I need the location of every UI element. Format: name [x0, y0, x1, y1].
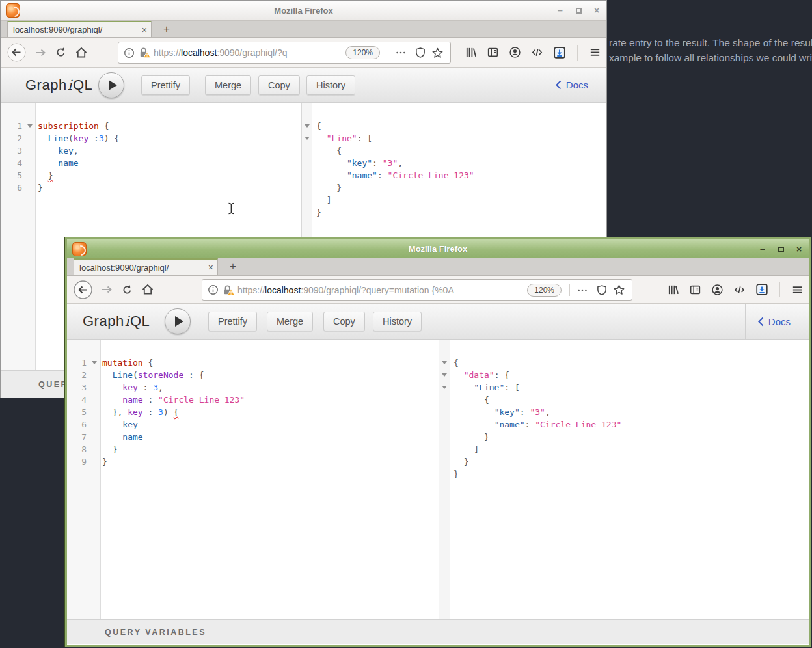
maximize-button[interactable] [573, 5, 584, 16]
titlebar[interactable]: Mozilla Firefox – × [1, 1, 606, 21]
code-line: 6} [1, 182, 301, 194]
zoom-level-badge[interactable]: 120% [527, 284, 562, 297]
query-editor[interactable]: 1mutation {2 Line(storeNode : {3 key : 3… [67, 340, 439, 619]
execute-button[interactable] [98, 72, 124, 98]
front-window: Mozilla Firefox – × localhost:9090/graph… [65, 237, 811, 647]
history-button[interactable]: History [373, 312, 422, 331]
code-line: 1mutation { [67, 357, 439, 369]
star-icon[interactable] [431, 47, 444, 59]
sidebar-toggle-icon[interactable] [487, 46, 499, 59]
text-cursor [459, 468, 460, 478]
merge-button[interactable]: Merge [205, 75, 251, 95]
tab-label-fade [118, 22, 137, 37]
url-bar[interactable]: https://localhost:9090/graphiql/?query=m… [202, 279, 632, 301]
chevron-left-icon [757, 317, 765, 327]
line-number: 4 [1, 157, 24, 169]
back-button[interactable] [7, 43, 26, 62]
fold-arrow-icon[interactable] [442, 373, 447, 377]
url-bar[interactable]: https://localhost:9090/graphiql/?q 120% [118, 42, 451, 64]
home-button[interactable] [75, 46, 88, 59]
result-viewer: { "data": { "Line": [ { "key": "3", "nam… [439, 340, 809, 619]
execute-button[interactable] [165, 308, 191, 334]
code-view-icon[interactable] [733, 284, 746, 296]
code-line: 3 key, [1, 144, 301, 157]
lock-warning-icon[interactable] [222, 284, 235, 296]
info-icon[interactable] [208, 284, 219, 295]
close-button[interactable]: × [793, 244, 805, 254]
home-button[interactable] [141, 283, 154, 296]
fold-arrow-icon[interactable] [304, 124, 310, 128]
merge-button[interactable]: Merge [267, 312, 313, 331]
hamburger-menu-icon[interactable] [589, 46, 601, 59]
download-icon[interactable] [553, 46, 566, 59]
forward-button[interactable] [100, 283, 113, 296]
back-button[interactable] [74, 280, 92, 299]
docs-toggle[interactable]: Docs [757, 316, 791, 327]
account-icon[interactable] [509, 46, 521, 59]
docs-toggle[interactable]: Docs [555, 79, 588, 90]
fold-arrow-icon[interactable] [27, 124, 33, 128]
line-number: 7 [67, 431, 88, 443]
code-line: 6 key [67, 418, 439, 431]
line-number: 1 [67, 357, 88, 369]
new-tab-button[interactable]: + [158, 21, 175, 37]
tab-close-icon[interactable]: × [142, 25, 147, 35]
code-line: } [439, 431, 809, 443]
zoom-level-badge[interactable]: 120% [345, 46, 380, 59]
close-button[interactable]: × [591, 5, 602, 16]
copy-button[interactable]: Copy [258, 75, 300, 95]
library-icon[interactable] [667, 284, 679, 296]
reload-button[interactable] [55, 46, 67, 59]
account-icon[interactable] [711, 284, 724, 296]
line-number: 2 [1, 132, 24, 144]
reload-button[interactable] [121, 284, 133, 296]
minimize-button[interactable]: – [757, 244, 768, 254]
prettify-button[interactable]: Prettify [208, 312, 257, 331]
code-view-icon[interactable] [531, 46, 543, 59]
maximize-button[interactable] [775, 244, 787, 254]
info-icon[interactable] [124, 47, 135, 59]
graphiql-toolbar: GraphiQL Prettify Merge Copy History Doc… [67, 304, 809, 340]
star-icon[interactable] [613, 284, 625, 296]
minimize-button[interactable]: – [554, 5, 566, 16]
forward-button[interactable] [34, 46, 47, 59]
shield-icon[interactable] [596, 284, 608, 296]
code-line: } [302, 206, 606, 219]
graphiql-logo: GraphiQL [83, 304, 150, 339]
code-line: 5 }, key : 3) { [67, 406, 439, 418]
code-line: { [439, 394, 809, 406]
hamburger-menu-icon[interactable] [791, 284, 804, 296]
code-line: "key": "3", [439, 406, 809, 418]
new-tab-button[interactable]: + [224, 258, 241, 275]
fold-arrow-icon[interactable] [442, 361, 447, 364]
overflow-dots-icon[interactable] [576, 284, 588, 296]
background-docs-line: rate entry to the result. The shape of t… [609, 35, 812, 50]
sidebar-toggle-icon[interactable] [689, 284, 701, 296]
firefox-icon [72, 242, 87, 256]
navigation-toolbar: https://localhost:9090/graphiql/?query=m… [67, 276, 809, 304]
titlebar[interactable]: Mozilla Firefox – × [67, 239, 809, 258]
tab-close-icon[interactable]: × [208, 262, 213, 273]
line-number: 4 [67, 394, 88, 406]
line-number: 5 [67, 406, 88, 418]
shield-icon[interactable] [414, 47, 426, 59]
history-button[interactable]: History [306, 75, 355, 95]
code-line: 2 Line(storeNode : { [67, 369, 439, 381]
fold-arrow-icon[interactable] [304, 137, 310, 140]
code-line: "Line": [ [302, 132, 606, 144]
download-icon[interactable] [755, 283, 768, 296]
line-number: 6 [67, 418, 88, 431]
copy-button[interactable]: Copy [323, 312, 365, 331]
fold-arrow-icon[interactable] [442, 386, 447, 389]
library-icon[interactable] [465, 46, 477, 59]
prettify-button[interactable]: Prettify [141, 75, 190, 95]
query-variables-bar[interactable]: QUERY VARIABLES [67, 619, 809, 644]
chevron-left-icon [555, 80, 562, 90]
navigation-toolbar: https://localhost:9090/graphiql/?q 120% [1, 38, 606, 68]
tab-localhost-graphiql[interactable]: localhost:9090/graphiql/ × [74, 258, 218, 275]
overflow-dots-icon[interactable] [395, 47, 407, 59]
tab-label-fade [185, 260, 203, 275]
tab-localhost-graphiql[interactable]: localhost:9090/graphiql/ × [7, 21, 152, 37]
lock-warning-icon[interactable] [138, 47, 151, 59]
fold-arrow-icon[interactable] [92, 361, 97, 364]
